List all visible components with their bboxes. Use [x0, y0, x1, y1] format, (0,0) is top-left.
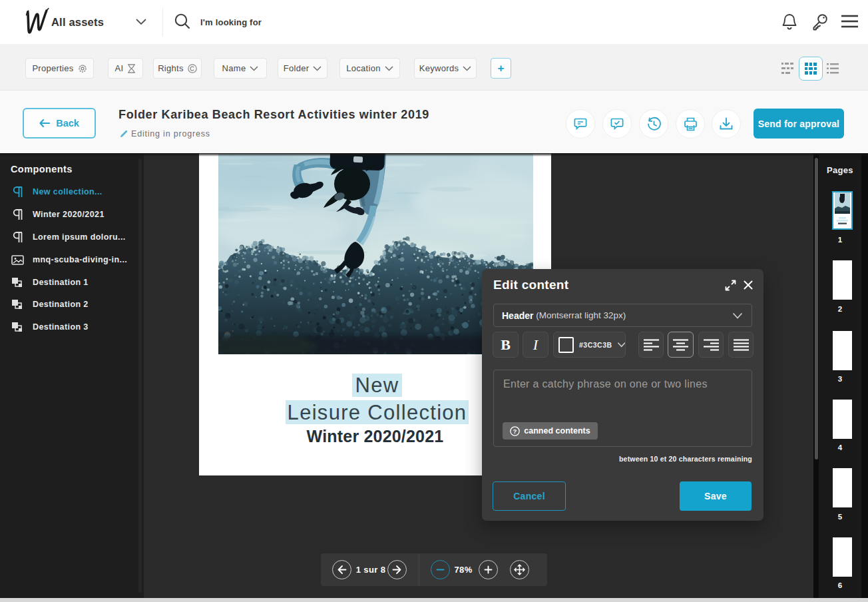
- svg-text:?: ?: [513, 427, 517, 434]
